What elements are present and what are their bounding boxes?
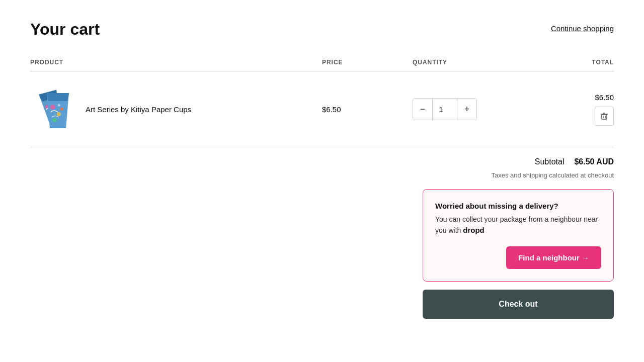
col-total: TOTAL	[523, 59, 614, 66]
product-price: $6.50	[322, 105, 413, 114]
subtotal-label: Subtotal	[535, 157, 565, 166]
col-price: PRICE	[322, 59, 413, 66]
product-cell: Art Series by Kitiya Paper Cups	[30, 86, 322, 132]
product-total: $6.50	[523, 93, 614, 126]
dropd-delivery-widget: Worried about missing a delivery? You ca…	[423, 189, 614, 282]
subtotal-value: $6.50 AUD	[574, 157, 614, 166]
page-title: Your cart	[30, 20, 100, 39]
dropd-body: You can collect your package from a neig…	[435, 214, 601, 236]
find-neighbour-button[interactable]: Find a neighbour →	[506, 246, 601, 269]
checkout-button[interactable]: Check out	[423, 290, 614, 319]
dropd-brand: dropd	[463, 226, 485, 234]
product-image-svg	[33, 86, 73, 132]
total-value: $6.50	[595, 93, 614, 102]
quantity-decrease-button[interactable]: −	[413, 99, 432, 120]
product-image	[30, 86, 75, 132]
col-quantity: QUANTITY	[413, 59, 523, 66]
continue-shopping-link[interactable]: Continue shopping	[551, 24, 614, 33]
svg-point-5	[53, 118, 57, 122]
quantity-input[interactable]	[432, 99, 457, 120]
table-row: Art Series by Kitiya Paper Cups $6.50 − …	[30, 71, 614, 147]
svg-rect-7	[602, 115, 607, 119]
cart-table-header: PRODUCT PRICE QUANTITY TOTAL	[30, 59, 614, 71]
svg-point-4	[57, 112, 61, 116]
trash-icon	[600, 112, 608, 120]
quantity-increase-button[interactable]: +	[457, 99, 476, 120]
tax-note: Taxes and shipping calculated at checkou…	[423, 171, 614, 179]
dropd-btn-row: Find a neighbour →	[435, 246, 601, 269]
dropd-heading: Worried about missing a delivery?	[435, 202, 601, 210]
quantity-control: − +	[413, 98, 477, 120]
dropd-body-text: You can collect your package from a neig…	[435, 215, 598, 234]
order-summary: Subtotal $6.50 AUD Taxes and shipping ca…	[423, 157, 614, 319]
col-product: PRODUCT	[30, 59, 322, 66]
svg-point-3	[50, 105, 55, 110]
delete-item-button[interactable]	[595, 107, 614, 126]
quantity-cell: − +	[413, 98, 523, 120]
subtotal-row: Subtotal $6.50 AUD	[423, 157, 614, 166]
svg-point-6	[60, 108, 63, 111]
bottom-section: Subtotal $6.50 AUD Taxes and shipping ca…	[30, 157, 614, 319]
product-name: Art Series by Kitiya Paper Cups	[86, 105, 191, 114]
